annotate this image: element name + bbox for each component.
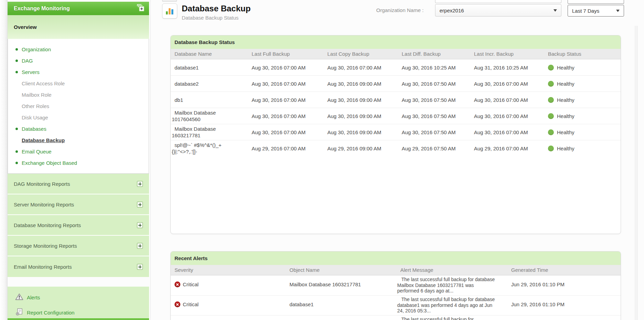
col-last-diff-backup: Last Diff. Backup <box>398 51 470 57</box>
sidebar-item-dag[interactable]: DAG <box>8 55 149 66</box>
healthy-status-icon <box>548 65 554 71</box>
cell-generated-time: Jun 29, 2016 01:10 PM <box>507 281 621 287</box>
sidebar-item-report-configuration[interactable]: Report Configuration <box>8 307 149 318</box>
bullet-icon <box>15 150 18 153</box>
expand-plus-icon[interactable] <box>137 222 143 228</box>
section-email-monitoring-reports[interactable]: Email Monitoring Reports <box>8 256 149 277</box>
cell-generated-time: Jun 29, 2016 01:10 PM <box>507 301 621 307</box>
status-label: Healthy <box>557 146 574 151</box>
section-storage-monitoring-reports[interactable]: Storage Monitoring Reports <box>8 236 149 256</box>
cell-last-diff-backup: Aug 29, 2016 07:50 AM <box>398 146 470 151</box>
healthy-status-icon <box>548 113 554 119</box>
report-config-icon <box>15 308 23 317</box>
alert-row: Critical The last successful full backup… <box>171 315 621 320</box>
col-alert-message: Alert Message <box>397 267 507 273</box>
status-label: Healthy <box>557 113 574 119</box>
clipped-element-top <box>162 0 177 2</box>
bar-chart-icon <box>162 3 177 19</box>
cell-last-incr-backup: Aug 30, 2016 07:00 AM <box>470 81 544 87</box>
cell-backup-status: Healthy <box>544 97 621 103</box>
cell-last-diff-backup: Aug 30, 2016 07:50 AM <box>398 113 470 119</box>
chevron-down-icon <box>616 10 620 12</box>
sidebar-item-other-roles[interactable]: Other Roles <box>8 100 149 112</box>
period-select[interactable]: Last 7 Days <box>568 5 624 17</box>
table-row: db1 Aug 30, 2016 07:00 AM Aug 30, 2016 0… <box>171 92 621 108</box>
col-severity: Severity <box>171 267 286 273</box>
section-dag-monitoring-reports[interactable]: DAG Monitoring Reports <box>8 174 149 194</box>
healthy-status-icon <box>548 97 554 103</box>
expand-plus-icon[interactable] <box>137 181 143 187</box>
cell-database-name: spl!@~` #$%^&*()_+{}|:"<>?,.'[]- <box>171 142 226 155</box>
sidebar-item-servers[interactable]: Servers <box>8 66 149 78</box>
expand-plus-icon[interactable] <box>137 264 143 270</box>
sidebar-item-exchange-object-based[interactable]: Exchange Object Based <box>8 157 149 169</box>
bullet-icon <box>15 48 18 51</box>
cell-database-name: database2 <box>171 81 226 87</box>
cell-backup-status: Healthy <box>544 146 621 151</box>
cell-last-copy-backup: Aug 30, 2016 09:00 AM <box>324 81 398 87</box>
cell-last-incr-backup: Aug 30, 2016 07:00 AM <box>470 97 544 103</box>
organization-name-label: Organization Name : <box>376 7 431 13</box>
table-row: Mailbox Database 1603217781 Aug 30, 2016… <box>171 124 621 140</box>
add-tab-icon[interactable] <box>136 3 145 13</box>
sidebar-item-alerts[interactable]: Alerts <box>8 292 149 302</box>
status-label: Healthy <box>557 81 574 87</box>
database-backup-status-panel: Database Backup Status Database Name Las… <box>170 35 621 234</box>
cell-backup-status: Healthy <box>544 81 621 87</box>
section-database-monitoring-reports[interactable]: Database Monitoring Reports <box>8 215 149 236</box>
cell-alert-message: The last successful full backup for data… <box>397 276 496 294</box>
expand-plus-icon[interactable] <box>137 202 143 207</box>
cell-severity: Critical <box>171 301 286 307</box>
status-label: Healthy <box>557 97 574 103</box>
backup-panel-title: Database Backup Status <box>175 39 235 45</box>
cell-database-name: Mailbox Database 1603217781 <box>171 126 226 139</box>
organization-dropdown[interactable]: erpex2016 <box>435 4 561 17</box>
cell-last-diff-backup: Aug 30, 2016 07:50 AM <box>398 81 470 87</box>
cell-last-full-backup: Aug 29, 2016 07:00 AM <box>248 146 324 151</box>
alerts-panel-header: Recent Alerts <box>171 252 621 265</box>
table-row: database1 Aug 30, 2016 07:00 AM Aug 30, … <box>171 59 621 75</box>
backup-table-header: Database Name Last Full Backup Last Copy… <box>171 49 621 59</box>
sidebar-item-database-backup-active[interactable]: Database Backup <box>8 135 149 146</box>
scrollbar-track[interactable] <box>635 26 638 320</box>
cell-last-diff-backup: Aug 30, 2016 10:25 AM <box>398 65 470 71</box>
table-row: Mailbox Database 1017604560 Aug 30, 2016… <box>171 108 621 124</box>
backup-table-body: database1 Aug 30, 2016 07:00 AM Aug 30, … <box>171 59 621 156</box>
bullet-icon <box>15 60 18 62</box>
cell-database-name: database1 <box>171 64 226 71</box>
overview-label: Overview <box>14 24 37 30</box>
col-last-full-backup: Last Full Backup <box>248 51 324 57</box>
section-server-monitoring-reports[interactable]: Server Monitoring Reports <box>8 194 149 215</box>
sidebar-item-overview[interactable]: Overview <box>8 15 149 39</box>
backup-panel-header: Database Backup Status <box>171 35 621 49</box>
sidebar-item-disk-usage[interactable]: Disk Usage <box>8 112 149 123</box>
page: Exchange Monitoring Overview Organizatio… <box>0 0 644 320</box>
cell-last-full-backup: Aug 30, 2016 07:00 AM <box>248 113 324 119</box>
col-object-name: Object Name <box>286 267 397 273</box>
bullet-icon <box>15 71 18 73</box>
healthy-status-icon <box>548 129 554 135</box>
status-label: Healthy <box>557 129 574 135</box>
col-backup-status: Backup Status <box>544 51 621 57</box>
cell-last-copy-backup: Aug 29, 2016 09:00 AM <box>324 146 398 151</box>
cell-last-full-backup: Aug 30, 2016 07:00 AM <box>248 81 324 87</box>
expand-plus-icon[interactable] <box>137 243 143 249</box>
status-label: Healthy <box>557 65 574 71</box>
sidebar-next-section-strip <box>8 318 149 320</box>
cell-last-diff-backup: Aug 30, 2016 07:50 AM <box>398 129 470 135</box>
col-last-incr-backup: Last Incr. Backup <box>470 51 544 57</box>
sidebar-item-email-queue[interactable]: Email Queue <box>8 146 149 157</box>
alert-row: Critical Mailbox Database 1603217781 The… <box>171 275 621 295</box>
sidebar-title: Exchange Monitoring <box>14 6 70 12</box>
sidebar-footer: Alerts Report Configuration <box>8 287 149 318</box>
cell-last-copy-backup: Aug 30, 2016 09:00 AM <box>324 113 398 119</box>
cell-alert-message: The last successful full backup for <box>397 316 496 320</box>
sidebar-item-client-access-role[interactable]: Client Access Role <box>8 78 149 89</box>
sidebar-item-organization[interactable]: Organization <box>8 44 149 55</box>
sidebar-item-databases[interactable]: Databases <box>8 123 149 135</box>
page-subtitle: Database Backup Status <box>182 15 239 21</box>
cell-database-name: Mailbox Database 1017604560 <box>171 109 226 122</box>
table-row: spl!@~` #$%^&*()_+{}|:"<>?,.'[]- Aug 29,… <box>171 140 621 156</box>
organization-dropdown-value: erpex2016 <box>440 8 464 13</box>
sidebar-item-mailbox-role[interactable]: Mailbox Role <box>8 89 149 100</box>
